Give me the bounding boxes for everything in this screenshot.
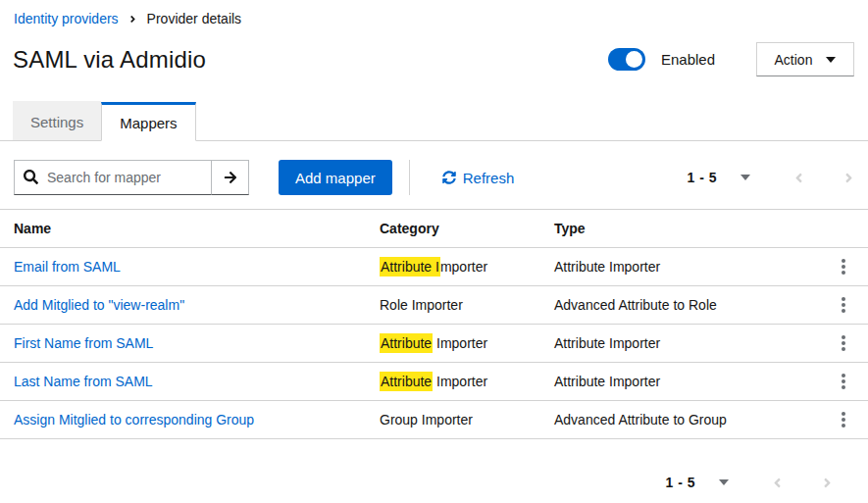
pagination-range: 1 - 5 <box>687 170 717 185</box>
table-row: Add Mitglied to "view-realm" Role Import… <box>0 286 868 325</box>
page-title: SAML via Admidio <box>13 46 206 74</box>
caret-down-icon <box>826 57 836 63</box>
pagination-next-button[interactable] <box>822 476 833 490</box>
refresh-button[interactable]: Refresh <box>442 170 515 186</box>
kebab-icon <box>842 335 845 339</box>
breadcrumb-current: Provider details <box>147 11 242 26</box>
kebab-icon <box>842 297 845 301</box>
top-pagination: 1 - 5 <box>687 170 854 185</box>
table-row: Last Name from SAML Attribute Importer A… <box>0 363 868 401</box>
search-highlight: Attribute <box>380 333 433 353</box>
header-controls: Enabled Action <box>608 42 854 76</box>
toggle-knob <box>626 51 642 68</box>
table-row: Assign Mitglied to corresponding Group G… <box>0 401 868 439</box>
breadcrumb-link-identity-providers[interactable]: Identity providers <box>14 11 119 26</box>
chevron-left-icon <box>772 476 783 490</box>
mapper-type: Advanced Attribute to Role <box>554 297 819 313</box>
mappers-toolbar: Add mapper Refresh 1 - 5 <box>14 160 854 195</box>
mappers-table: Name Category Type Email from SAML Attri… <box>0 209 868 439</box>
table-row: First Name from SAML Attribute Importer … <box>0 325 868 363</box>
table-row: Email from SAML Attribute Importer Attri… <box>0 248 868 286</box>
pagination-prev-button[interactable] <box>772 476 783 490</box>
search-highlight: Attribute I <box>380 257 440 277</box>
arrow-right-icon <box>224 171 237 184</box>
refresh-icon <box>442 171 456 184</box>
add-mapper-button[interactable]: Add mapper <box>279 160 392 195</box>
column-header-category: Category <box>380 221 554 236</box>
row-kebab-menu-button[interactable] <box>834 370 853 393</box>
caret-down-icon <box>719 479 729 485</box>
chevron-right-icon <box>843 171 854 185</box>
row-kebab-menu-button[interactable] <box>834 293 853 317</box>
row-kebab-menu-button[interactable] <box>834 255 853 278</box>
mapper-name-link[interactable]: Email from SAML <box>14 259 121 275</box>
search-highlight: Attribute <box>380 372 433 391</box>
toggle-label: Enabled <box>661 51 715 68</box>
search-input[interactable] <box>14 160 212 195</box>
pagination-next-button[interactable] <box>843 171 854 185</box>
mapper-name-link[interactable]: First Name from SAML <box>14 335 153 351</box>
chevron-left-icon <box>793 171 804 185</box>
mapper-category: Attribute Importer <box>380 374 554 389</box>
mapper-type: Advanced Attribute to Group <box>554 412 819 428</box>
mapper-type: Attribute Importer <box>554 374 819 389</box>
tab-mappers[interactable]: Mappers <box>101 102 195 141</box>
action-dropdown-label: Action <box>775 52 813 68</box>
pagination-prev-button[interactable] <box>793 171 804 185</box>
breadcrumb-chevron-icon <box>128 14 137 25</box>
row-kebab-menu-button[interactable] <box>834 331 853 355</box>
kebab-icon <box>842 259 845 263</box>
mapper-category: Attribute Importer <box>380 259 554 275</box>
tab-bar: Settings Mappers <box>0 101 868 141</box>
row-kebab-menu-button[interactable] <box>834 408 853 431</box>
tab-mappers-label: Mappers <box>120 115 177 131</box>
mapper-type: Attribute Importer <box>554 335 819 351</box>
tab-settings-label: Settings <box>30 114 83 130</box>
search-icon <box>24 170 38 184</box>
pagination-options-button[interactable] <box>715 476 733 489</box>
mapper-name-link[interactable]: Last Name from SAML <box>14 374 153 389</box>
enabled-toggle[interactable] <box>608 48 645 71</box>
kebab-icon <box>842 412 845 416</box>
page-header: SAML via Admidio Enabled Action <box>13 42 854 76</box>
table-body: Email from SAML Attribute Importer Attri… <box>0 248 868 439</box>
kebab-icon <box>842 374 845 377</box>
chevron-right-icon <box>822 476 833 490</box>
mapper-name-link[interactable]: Add Mitglied to "view-realm" <box>14 297 184 313</box>
mapper-type: Attribute Importer <box>554 259 819 275</box>
bottom-pagination: 1 - 5 <box>0 475 833 490</box>
toolbar-divider <box>409 160 410 195</box>
pagination-range: 1 - 5 <box>665 475 695 490</box>
mapper-category: Group Importer <box>380 412 554 428</box>
breadcrumb: Identity providers Provider details <box>0 0 868 26</box>
refresh-label: Refresh <box>463 170 515 186</box>
mapper-category: Role Importer <box>380 297 554 313</box>
mapper-name-link[interactable]: Assign Mitglied to corresponding Group <box>14 412 254 428</box>
tab-settings[interactable]: Settings <box>13 101 101 140</box>
caret-down-icon <box>740 175 750 180</box>
pagination-options-button[interactable] <box>737 171 754 184</box>
column-header-type: Type <box>554 221 819 236</box>
mapper-category: Attribute Importer <box>380 335 554 351</box>
table-header-row: Name Category Type <box>0 210 868 248</box>
column-header-name: Name <box>14 221 380 236</box>
search-group <box>14 160 249 195</box>
search-submit-button[interactable] <box>212 160 249 195</box>
action-dropdown-button[interactable]: Action <box>756 42 854 76</box>
